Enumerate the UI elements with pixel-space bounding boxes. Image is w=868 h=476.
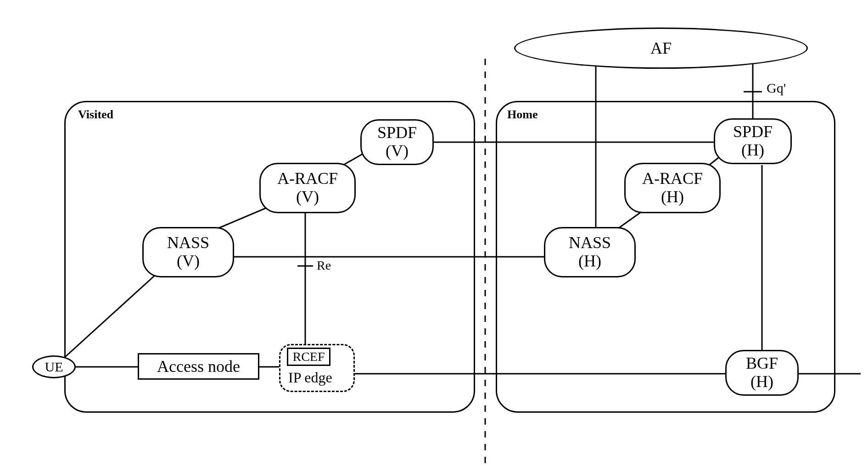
aracf-h-l1: A-RACF [642, 170, 703, 188]
aracf-v-l2: (V) [296, 188, 319, 206]
af-node: AF [514, 28, 808, 69]
spdf-h-l2: (H) [741, 141, 764, 160]
aracf-h-node: A-RACF (H) [624, 163, 721, 213]
aracf-v-node: A-RACF (V) [259, 163, 356, 213]
ue-node: UE [32, 355, 76, 378]
nass-h-l2: (H) [578, 252, 601, 271]
rcef-label: RCEF [292, 349, 325, 364]
nass-v-l1: NASS [167, 234, 209, 252]
visited-title: Visited [78, 108, 113, 122]
ue-label: UE [45, 359, 63, 375]
gq-prime-label: Gq' [767, 80, 786, 96]
spdf-v-l1: SPDF [377, 124, 417, 142]
diagram-stage: AF Gq' Visited Home SPDF (V) A-RACF (V) … [0, 0, 868, 476]
aracf-v-l1: A-RACF [277, 170, 338, 188]
ip-edge-label: IP edge [288, 369, 332, 386]
bgf-h-l1: BGF [746, 354, 778, 373]
bgf-h-node: BGF (H) [725, 350, 799, 396]
spdf-h-node: SPDF (H) [714, 118, 792, 164]
af-label: AF [650, 39, 672, 58]
nass-v-l2: (V) [177, 252, 200, 271]
nass-h-l1: NASS [569, 234, 611, 252]
nass-v-node: NASS (V) [142, 227, 234, 277]
spdf-h-l1: SPDF [733, 123, 773, 141]
rcef-box: RCEF [287, 348, 330, 366]
nass-h-node: NASS (H) [544, 227, 636, 277]
spdf-v-node: SPDF (V) [360, 119, 434, 165]
aracf-h-l2: (H) [661, 188, 684, 206]
home-title: Home [507, 108, 538, 122]
spdf-v-l2: (V) [386, 142, 409, 161]
access-node-box: Access node [138, 353, 259, 380]
re-label: Re [317, 258, 331, 273]
access-node-label: Access node [157, 357, 240, 376]
bgf-h-l2: (H) [750, 373, 773, 391]
